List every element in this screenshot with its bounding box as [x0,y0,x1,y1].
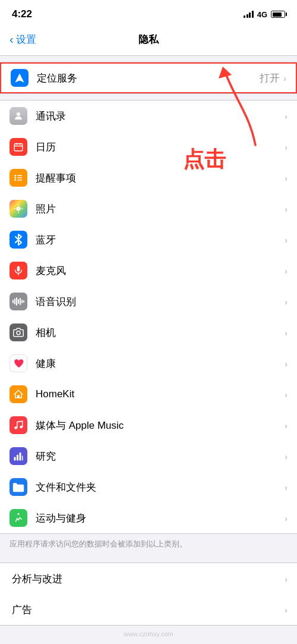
files-icon [10,478,27,496]
analytics-chevron: › [285,574,287,584]
microphone-icon [10,262,27,279]
svg-rect-30 [14,457,16,461]
location-label: 定位服务 [37,71,260,85]
svg-rect-32 [20,453,21,461]
calendar-icon [10,138,27,156]
contacts-chevron: › [285,111,287,121]
list-item-contacts[interactable]: 通讯录 › [0,100,297,131]
files-chevron: › [285,482,287,492]
health-icon [10,354,27,372]
location-value: 打开 [260,71,280,85]
list-item-speech[interactable]: 语音识别 › [0,286,297,317]
svg-rect-27 [17,395,20,398]
svg-rect-20 [14,299,15,304]
location-section: 定位服务 打开 › 点击 [0,62,297,94]
camera-icon [10,323,27,341]
back-label: 设置 [16,33,36,46]
bottom-list: 分析与改进 › 广告 › [0,563,297,626]
location-item[interactable]: 定位服务 打开 › [0,62,297,93]
photos-icon [10,200,27,218]
svg-point-8 [14,177,16,179]
bluetooth-chevron: › [285,235,287,245]
chevron-right-icon: › [283,73,286,83]
running-svg-icon [13,513,24,523]
photos-label: 照片 [36,202,285,216]
folder-svg-icon [12,482,24,492]
speech-label: 语音识别 [36,295,285,309]
svg-point-10 [14,179,16,181]
svg-rect-23 [20,298,21,305]
microphone-label: 麦克风 [36,264,285,278]
back-button[interactable]: ‹ 设置 [10,33,36,46]
research-chevron: › [285,451,287,461]
speech-chevron: › [285,297,287,307]
calendar-label: 日历 [36,140,285,154]
contacts-icon [10,107,27,125]
person-icon [13,111,24,121]
list-item-ads[interactable]: 广告 › [0,594,297,625]
bluetooth-svg-icon [14,234,23,246]
svg-point-29 [20,426,23,429]
list-item-calendar[interactable]: 日历 › [0,131,297,162]
svg-rect-22 [18,299,19,304]
chevron-left-icon: ‹ [10,33,14,45]
list-item-microphone[interactable]: 麦克风 › [0,255,297,286]
files-label: 文件和文件夹 [36,480,285,494]
list-item-bluetooth[interactable]: 蓝牙 › [0,224,297,255]
reminders-svg-icon [13,172,24,183]
bluetooth-label: 蓝牙 [36,233,285,247]
list-item-music[interactable]: 媒体与 Apple Music › [0,410,297,441]
bluetooth-icon [10,231,27,249]
homekit-icon [10,385,27,403]
photos-svg-icon [13,203,24,214]
svg-rect-21 [16,297,17,306]
privacy-list: 通讯录 › 日历 › [0,100,297,534]
list-item-photos[interactable]: 照片 › [0,193,297,224]
svg-rect-25 [23,300,24,303]
music-chevron: › [285,420,287,431]
fitness-chevron: › [285,513,287,523]
chart-svg-icon [13,451,24,461]
contacts-label: 通讯录 [36,109,285,123]
nav-bar: ‹ 设置 隐私 [0,26,297,56]
camera-svg-icon [13,327,24,338]
reminders-icon [10,169,27,187]
watermark: www.czohxy.com [0,626,297,642]
list-item-fitness[interactable]: 运动与健身 › [0,502,297,533]
home-svg-icon [13,389,24,400]
reminders-label: 提醒事项 [36,171,285,185]
speech-icon [10,293,27,310]
health-label: 健康 [36,357,285,370]
heart-svg-icon [13,358,24,369]
status-time: 4:22 [12,8,32,20]
bottom-section: 分析与改进 › 广告 › [0,563,297,626]
svg-rect-33 [22,455,23,460]
main-content: 定位服务 打开 › 点击 通讯录 › [0,62,297,642]
list-item-camera[interactable]: 相机 › [0,317,297,348]
location-section-inner: 定位服务 打开 › [0,62,297,94]
list-item-analytics[interactable]: 分析与改进 › [0,563,297,594]
fitness-label: 运动与健身 [36,511,285,525]
svg-rect-24 [21,300,23,303]
camera-label: 相机 [36,326,285,340]
location-arrow-icon [14,73,25,83]
svg-point-28 [14,426,17,429]
research-icon [10,447,27,465]
list-item-homekit[interactable]: HomeKit › [0,379,297,410]
svg-rect-2 [14,144,23,151]
svg-point-6 [14,175,16,177]
svg-point-12 [16,206,21,211]
list-item-health[interactable]: 健康 › [0,348,297,379]
analytics-label: 分析与改进 [10,572,285,586]
homekit-label: HomeKit [36,388,285,400]
list-item-reminders[interactable]: 提醒事项 › [0,162,297,193]
location-icon [11,69,29,87]
waveform-svg-icon [12,297,24,306]
fitness-icon [10,509,27,527]
svg-rect-31 [17,455,18,461]
svg-rect-17 [17,266,20,272]
list-item-files[interactable]: 文件和文件夹 › [0,472,297,502]
list-item-research[interactable]: 研究 › [0,441,297,472]
network-type: 4G [257,10,267,19]
status-icons: 4G [244,10,285,19]
